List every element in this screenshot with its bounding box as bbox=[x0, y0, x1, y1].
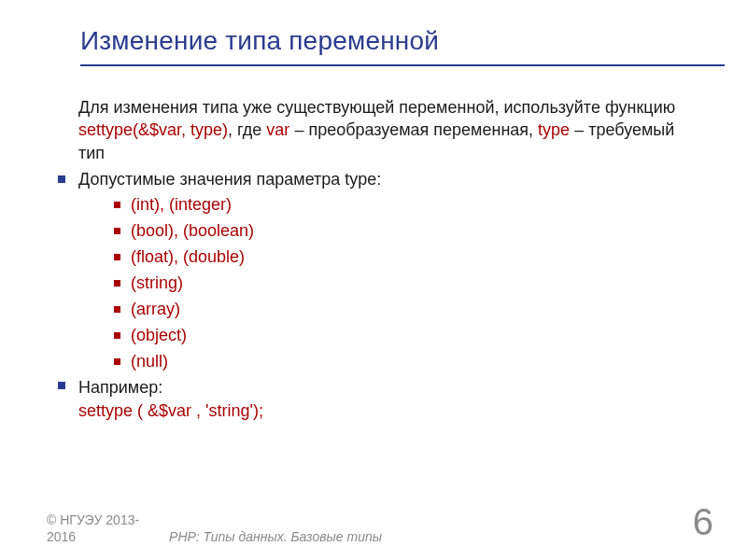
intro-mid1: , где bbox=[228, 120, 266, 139]
list-item: (float), (double) bbox=[114, 245, 700, 271]
footer-subject: PHP: Типы данных. Базовые типы bbox=[79, 529, 382, 544]
param-text: Допустимые значения параметра type: bbox=[78, 170, 381, 189]
list-item: (object) bbox=[114, 323, 700, 349]
page-number: 6 bbox=[693, 501, 713, 543]
copyright-line1: © НГУЭУ 2013- bbox=[47, 512, 139, 527]
copyright-year: 2016 bbox=[47, 529, 76, 544]
intro-type: type bbox=[538, 120, 570, 139]
intro-fn: settype(&$var, type) bbox=[78, 120, 228, 139]
list-item: (null) bbox=[114, 349, 700, 375]
list-item: (int), (integer) bbox=[114, 192, 700, 218]
example-code: settype ( &$var , 'string'); bbox=[78, 399, 700, 422]
intro-mid2: – преобразуемая переменная, bbox=[289, 120, 538, 139]
content-area: Для изменения типа уже существующей пере… bbox=[0, 66, 747, 422]
intro-var: var bbox=[266, 120, 289, 139]
list-item: (string) bbox=[114, 271, 700, 297]
list-item: (bool), (boolean) bbox=[114, 218, 700, 245]
param-line: Допустимые значения параметра type: (int… bbox=[56, 168, 700, 375]
slide-title: Изменение типа переменной bbox=[80, 26, 747, 56]
intro-pre: Для изменения типа уже существующей пере… bbox=[78, 98, 675, 117]
copyright-line2: 2016 PHP: Типы данных. Базовые типы bbox=[47, 529, 382, 546]
title-block: Изменение типа переменной bbox=[0, 0, 747, 66]
example-block: Например: settype ( &$var , 'string'); bbox=[56, 374, 700, 422]
list-item: (array) bbox=[114, 297, 700, 323]
footer: © НГУЭУ 2013- 2016 PHP: Типы данных. Баз… bbox=[47, 512, 382, 545]
main-list: Для изменения типа уже существующей пере… bbox=[56, 96, 700, 422]
intro-paragraph: Для изменения типа уже существующей пере… bbox=[56, 96, 700, 164]
types-list: (int), (integer) (bool), (boolean) (floa… bbox=[78, 190, 700, 374]
example-label: Например: bbox=[78, 378, 162, 397]
